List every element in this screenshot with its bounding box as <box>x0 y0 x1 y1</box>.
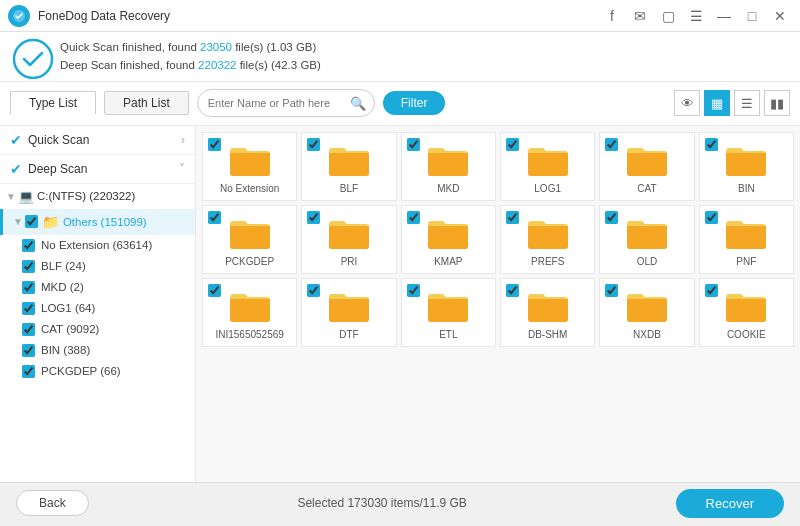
grid-item[interactable]: OLD <box>599 205 694 274</box>
facebook-icon[interactable]: f <box>600 4 624 28</box>
search-input[interactable] <box>197 89 375 117</box>
svg-point-0 <box>14 40 52 78</box>
close-icon[interactable]: ✕ <box>768 4 792 28</box>
statusbar: Quick Scan finished, found 23050 file(s)… <box>0 32 800 82</box>
sidebar-item-cat[interactable]: CAT (9092) <box>0 319 195 340</box>
others-checkbox[interactable] <box>25 215 38 228</box>
grid-item-label: MKD <box>437 183 459 194</box>
grid-item-checkbox[interactable] <box>506 211 519 224</box>
grid-item-label: COOKIE <box>727 329 766 340</box>
tab-type-list[interactable]: Type List <box>10 91 96 115</box>
grid-item-checkbox[interactable] <box>407 211 420 224</box>
sidebar-item-noext[interactable]: No Extension (63614) <box>0 235 195 256</box>
recover-button[interactable]: Recover <box>676 489 784 518</box>
columns-view-btn[interactable]: ▮▮ <box>764 90 790 116</box>
grid-item-checkbox[interactable] <box>705 284 718 297</box>
grid-item[interactable]: BLF <box>301 132 396 201</box>
save-icon[interactable]: ▢ <box>656 4 680 28</box>
pckgdep-label: PCKGDEP (66) <box>41 365 121 377</box>
minimize-icon[interactable]: — <box>712 4 736 28</box>
grid-item[interactable]: INI1565052569 <box>202 278 297 347</box>
sidebar-item-blf[interactable]: BLF (24) <box>0 256 195 277</box>
grid-view-btn[interactable]: ▦ <box>704 90 730 116</box>
grid-item-checkbox[interactable] <box>605 138 618 151</box>
drive-label: C:(NTFS) (220322) <box>37 190 135 202</box>
grid-item-label: BLF <box>340 183 358 194</box>
grid-item-checkbox[interactable] <box>307 211 320 224</box>
list-view-btn[interactable]: ☰ <box>734 90 760 116</box>
sidebar-item-mkd[interactable]: MKD (2) <box>0 277 195 298</box>
grid-item-checkbox[interactable] <box>407 138 420 151</box>
back-button[interactable]: Back <box>16 490 89 516</box>
folder-icon <box>228 216 272 252</box>
grid-item[interactable]: ETL <box>401 278 496 347</box>
bin-checkbox[interactable] <box>22 344 35 357</box>
main-area: ✔ Quick Scan › ✔ Deep Scan ˅ ▼ 💻 C:(NTFS… <box>0 126 800 482</box>
grid-item-label: CAT <box>637 183 656 194</box>
grid-item-checkbox[interactable] <box>307 138 320 151</box>
sidebar-item-log1[interactable]: LOG1 (64) <box>0 298 195 319</box>
noext-checkbox[interactable] <box>22 239 35 252</box>
grid-item-checkbox[interactable] <box>506 138 519 151</box>
message-icon[interactable]: ✉ <box>628 4 652 28</box>
folder-icon <box>625 216 669 252</box>
tab-path-list[interactable]: Path List <box>104 91 189 115</box>
folder-icon <box>327 289 371 325</box>
mkd-checkbox[interactable] <box>22 281 35 294</box>
filter-button[interactable]: Filter <box>383 91 446 115</box>
menu-icon[interactable]: ☰ <box>684 4 708 28</box>
grid-item[interactable]: PCKGDEP <box>202 205 297 274</box>
folder-icon <box>526 289 570 325</box>
folder-expand-icon: ▼ <box>13 216 23 227</box>
grid-item[interactable]: KMAP <box>401 205 496 274</box>
grid-item-checkbox[interactable] <box>705 138 718 151</box>
grid-item-checkbox[interactable] <box>705 211 718 224</box>
grid-item[interactable]: CAT <box>599 132 694 201</box>
grid-item-checkbox[interactable] <box>407 284 420 297</box>
quickscan-check-icon: ✔ <box>10 132 22 148</box>
folder-icon <box>426 143 470 179</box>
computer-icon: 💻 <box>18 189 34 204</box>
sidebar-item-bin[interactable]: BIN (388) <box>0 340 195 361</box>
log1-label: LOG1 (64) <box>41 302 95 314</box>
bin-label: BIN (388) <box>41 344 90 356</box>
grid-item-checkbox[interactable] <box>208 284 221 297</box>
grid-item[interactable]: No Extension <box>202 132 297 201</box>
deepscan-label: Deep Scan <box>28 162 179 176</box>
grid-item-label: KMAP <box>434 256 462 267</box>
grid-item[interactable]: DB-SHM <box>500 278 595 347</box>
maximize-icon[interactable]: □ <box>740 4 764 28</box>
sidebar-item-quickscan[interactable]: ✔ Quick Scan › <box>0 126 195 155</box>
grid-item[interactable]: BIN <box>699 132 794 201</box>
others-folder-icon: 📁 <box>42 214 59 230</box>
sidebar-item-pckgdep[interactable]: PCKGDEP (66) <box>0 361 195 382</box>
grid-item-checkbox[interactable] <box>605 284 618 297</box>
folder-icon <box>526 143 570 179</box>
folder-icon <box>228 289 272 325</box>
grid-item[interactable]: NXDB <box>599 278 694 347</box>
quickscan-arrow-icon: › <box>181 133 185 147</box>
cat-checkbox[interactable] <box>22 323 35 336</box>
eye-view-btn[interactable]: 👁 <box>674 90 700 116</box>
sidebar-item-others[interactable]: ▼ 📁 Others (151099) <box>0 209 195 235</box>
grid-item-checkbox[interactable] <box>506 284 519 297</box>
grid-item[interactable]: MKD <box>401 132 496 201</box>
search-icon: 🔍 <box>350 96 366 111</box>
grid-item[interactable]: PREFS <box>500 205 595 274</box>
sidebar-item-deepscan[interactable]: ✔ Deep Scan ˅ <box>0 155 195 184</box>
grid-item-checkbox[interactable] <box>208 138 221 151</box>
pckgdep-checkbox[interactable] <box>22 365 35 378</box>
grid-item[interactable]: PNF <box>699 205 794 274</box>
blf-checkbox[interactable] <box>22 260 35 273</box>
selection-status: Selected 173030 items/11.9 GB <box>89 496 676 510</box>
log1-checkbox[interactable] <box>22 302 35 315</box>
grid-item-label: OLD <box>637 256 658 267</box>
grid-item[interactable]: COOKIE <box>699 278 794 347</box>
grid-item[interactable]: PRI <box>301 205 396 274</box>
grid-item-checkbox[interactable] <box>307 284 320 297</box>
sidebar-item-drive[interactable]: ▼ 💻 C:(NTFS) (220322) <box>0 184 195 209</box>
grid-item-checkbox[interactable] <box>208 211 221 224</box>
grid-item-checkbox[interactable] <box>605 211 618 224</box>
grid-item[interactable]: LOG1 <box>500 132 595 201</box>
grid-item[interactable]: DTF <box>301 278 396 347</box>
